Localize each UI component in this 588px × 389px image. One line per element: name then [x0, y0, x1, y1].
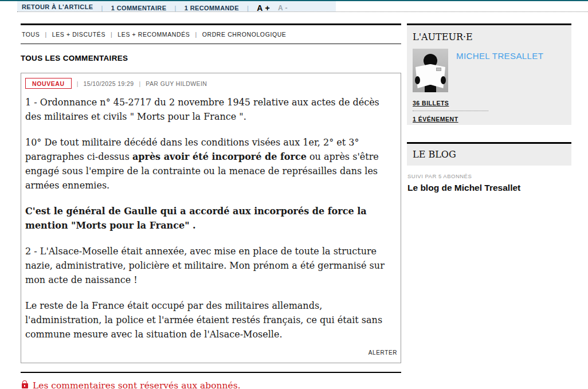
comment-paragraph: 2 - L'Alsace-Moselle était annexée, avec…: [25, 244, 397, 287]
author-box-title: L'AUTEUR·E: [413, 32, 565, 42]
comment-filters: TOUS | LES + DISCUTÉS | LES + RECOMMANDÉ…: [21, 25, 401, 44]
restricted-notice: Les commentaires sont réservés aux abonn…: [22, 380, 401, 389]
filters-bottom-rule: [21, 44, 401, 44]
comment-paragraph: 1 - Ordonnance n° 45-2717 du 2 novembre …: [25, 95, 397, 124]
filter-ordre-chronologique[interactable]: ORDRE CHRONOLOGIQUE: [202, 31, 287, 38]
billets-link[interactable]: 36 BILLETS: [413, 100, 449, 107]
blog-box: LE BLOG SUIVI PAR 5 ABONNÉS Le blog de M…: [407, 142, 571, 193]
filter-separator: |: [111, 31, 112, 38]
evenement-link[interactable]: 1 ÉVÉNEMENT: [413, 116, 458, 123]
comment-header: NOUVEAU | 15/10/2025 19:29 | PAR GUY HIL…: [25, 77, 397, 89]
restricted-notice-text: Les commentaires sont réservés aux abonn…: [33, 380, 241, 389]
back-to-article-link[interactable]: RETOUR À L'ARTICLE: [22, 3, 93, 11]
filter-les-plus-discutes[interactable]: LES + DISCUTÉS: [52, 31, 105, 38]
links-dotted-separator: [413, 111, 488, 111]
font-decrease-button[interactable]: A -: [278, 4, 288, 11]
author-name-link[interactable]: MICHEL TRESALLET: [456, 51, 543, 92]
blog-title-link[interactable]: Le blog de Michel Tresallet: [407, 183, 571, 193]
article-toolbar: RETOUR À L'ARTICLE | 1 COMMENTAIRE | 1 R…: [17, 1, 588, 11]
comment-count-link[interactable]: 1 COMMENTAIRE: [111, 5, 167, 11]
filter-separator: |: [45, 31, 46, 38]
comments-page: RETOUR À L'ARTICLE | 1 COMMENTAIRE | 1 R…: [0, 0, 588, 389]
author-box: L'AUTEUR·E MICHEL TRESALLET: [407, 23, 571, 125]
avatar-hand-shape: [441, 76, 446, 84]
comment-paragraph: 10° De tout militaire décédé dans les co…: [25, 135, 397, 192]
toolbar-separator: |: [174, 5, 176, 11]
header-separator: |: [77, 80, 79, 87]
comment-body: 1 - Ordonnance n° 45-2717 du 2 novembre …: [25, 95, 397, 341]
avatar-window-glyph: [436, 68, 441, 71]
author-avatar[interactable]: [413, 49, 448, 92]
sidebar: L'AUTEUR·E MICHEL TRESALLET: [407, 23, 571, 389]
comment-card: NOUVEAU | 15/10/2025 19:29 | PAR GUY HIL…: [21, 73, 401, 363]
toolbar-separator: |: [247, 5, 249, 11]
comment-timestamp: 15/10/2025 19:29: [83, 80, 134, 87]
filter-les-plus-recommandes[interactable]: LES + RECOMMANDÉS: [117, 31, 190, 38]
header-separator: |: [139, 80, 141, 87]
blog-box-title: LE BLOG: [413, 149, 566, 160]
filter-tous[interactable]: TOUS: [22, 31, 40, 38]
comment-paragraph: Le reste de la France était occupé par d…: [25, 298, 397, 341]
toolbar-separator: |: [101, 5, 103, 11]
blog-followers-count: SUIVI PAR 5 ABONNÉS: [407, 173, 571, 179]
comments-column: TOUS | LES + DISCUTÉS | LES + RECOMMANDÉ…: [21, 23, 401, 389]
recommend-count-link[interactable]: 1 RECOMMANDE: [185, 5, 239, 11]
filter-separator: |: [195, 31, 197, 38]
top-dotted-divider: [17, 11, 588, 12]
new-badge: NOUVEAU: [25, 78, 72, 89]
comment-author-link[interactable]: PAR GUY HILDWEIN: [146, 80, 207, 87]
lock-icon: [22, 383, 28, 388]
comment-paragraph: C'est le général de Gaulle qui a accordé…: [25, 204, 397, 233]
report-comment-button[interactable]: ALERTER: [369, 349, 397, 356]
comments-end-rule: [21, 372, 401, 373]
font-increase-button[interactable]: A +: [257, 3, 270, 11]
avatar-hand-shape: [415, 76, 420, 84]
comments-section-title: TOUS LES COMMENTAIRES: [21, 54, 401, 62]
